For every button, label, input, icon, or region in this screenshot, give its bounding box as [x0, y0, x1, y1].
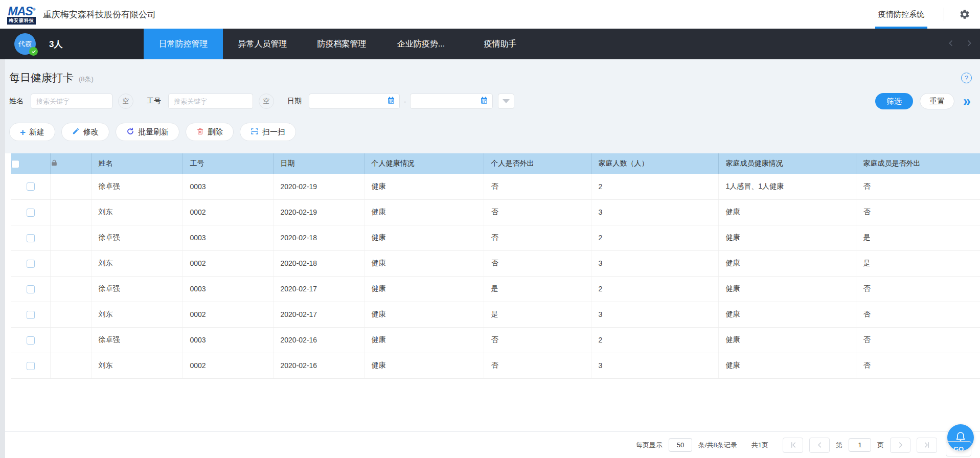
next-page-button[interactable] — [890, 438, 910, 453]
cell-family-outing: 否 — [856, 199, 980, 225]
nav-arrows — [947, 29, 973, 59]
cell-family-health: 健康 — [718, 353, 856, 378]
date-end-input[interactable] — [410, 94, 493, 109]
table-row[interactable]: 刘东 0002 2020-02-18 健康 否 3 健康 是 — [11, 250, 980, 276]
cell-family-outing: 否 — [856, 174, 980, 199]
calendar-icon[interactable] — [480, 96, 488, 106]
table-row[interactable]: 刘东 0002 2020-02-16 健康 否 3 健康 否 — [11, 353, 980, 378]
col-personal-outing: 个人是否外出 — [484, 153, 591, 174]
cell-personal-health: 健康 — [364, 199, 484, 225]
table-row[interactable]: 徐卓强 0003 2020-02-17 健康 是 2 健康 否 — [11, 276, 980, 302]
col-date: 日期 — [273, 153, 364, 174]
delete-button[interactable]: 删除 — [186, 123, 234, 141]
date-range-separator: - — [404, 98, 406, 105]
select-all-checkbox[interactable] — [11, 160, 19, 168]
lock-cell — [50, 199, 91, 225]
cell-date: 2020-02-16 — [273, 327, 364, 353]
go-button[interactable]: GO — [946, 441, 971, 456]
row-checkbox[interactable] — [27, 234, 35, 242]
batch-refresh-button[interactable]: 批量刷新 — [116, 123, 179, 141]
tab-abnormal-personnel[interactable]: 异常人员管理 — [223, 29, 302, 59]
per-page-input[interactable] — [669, 438, 692, 452]
nav-user-section: 代霞 3人 — [0, 29, 144, 59]
employee-id-empty-toggle[interactable]: 空 — [259, 94, 274, 109]
name-filter-label: 姓名 — [9, 97, 24, 106]
date-end-field[interactable] — [413, 94, 480, 108]
employee-id-search-input[interactable] — [168, 94, 253, 109]
system-tab-epidemic-control[interactable]: 疫情防控系统 — [874, 0, 928, 29]
table-row[interactable]: 徐卓强 0003 2020-02-19 健康 否 2 1人感冒、1人健康 否 — [11, 174, 980, 199]
date-filter-label: 日期 — [287, 97, 302, 106]
cell-family-size: 3 — [591, 302, 718, 327]
avatar[interactable]: 代霞 — [14, 33, 36, 55]
lock-cell — [50, 327, 91, 353]
table-row[interactable]: 刘东 0002 2020-02-19 健康 否 3 健康 否 — [11, 199, 980, 225]
row-checkbox[interactable] — [27, 209, 35, 217]
col-personal-health: 个人健康情况 — [364, 153, 484, 174]
lock-icon — [51, 160, 58, 168]
page-number-input[interactable] — [849, 438, 871, 452]
calendar-icon[interactable] — [387, 96, 395, 106]
page-suffix-label: 页 — [877, 441, 884, 450]
cell-family-health: 健康 — [718, 199, 856, 225]
gear-icon[interactable] — [959, 8, 971, 20]
table-row[interactable]: 徐卓强 0003 2020-02-16 健康 否 2 健康 否 — [11, 327, 980, 353]
name-empty-toggle[interactable]: 空 — [118, 94, 133, 109]
main-nav: 代霞 3人 日常防控管理 异常人员管理 防疫档案管理 企业防疫势... 疫情助手 — [0, 29, 980, 59]
cell-personal-health: 健康 — [364, 225, 484, 250]
row-checkbox[interactable] — [27, 336, 35, 345]
cell-personal-health: 健康 — [364, 327, 484, 353]
cell-family-health: 健康 — [718, 327, 856, 353]
row-checkbox[interactable] — [27, 362, 35, 370]
cell-name: 刘东 — [91, 302, 183, 327]
first-page-button[interactable] — [783, 438, 803, 453]
filter-button[interactable]: 筛选 — [875, 93, 913, 109]
reset-button[interactable]: 重置 — [920, 93, 954, 109]
cell-family-outing: 否 — [856, 327, 980, 353]
date-start-field[interactable] — [311, 94, 387, 108]
prev-page-button[interactable] — [809, 438, 830, 453]
cell-name: 徐卓强 — [91, 174, 183, 199]
chevron-right-icon[interactable] — [965, 39, 973, 49]
scan-button[interactable]: 扫一扫 — [240, 123, 296, 141]
last-page-button[interactable] — [917, 438, 937, 453]
lock-cell — [50, 225, 91, 250]
cell-personal-outing: 否 — [484, 327, 591, 353]
cell-family-outing: 是 — [856, 250, 980, 276]
tab-epidemic-assistant[interactable]: 疫情助手 — [461, 29, 540, 59]
page-prefix-label: 第 — [836, 441, 842, 450]
tab-prevention-archives[interactable]: 防疫档案管理 — [302, 29, 381, 59]
edit-button[interactable]: 修改 — [61, 123, 109, 141]
date-start-input[interactable] — [309, 94, 400, 109]
cell-personal-outing: 否 — [484, 250, 591, 276]
cell-name: 徐卓强 — [91, 276, 183, 302]
main-panel: 每日健康打卡 (8条) ? 姓名 空 工号 空 日期 - — [5, 59, 980, 458]
new-button[interactable]: + 新建 — [9, 123, 55, 141]
table-row[interactable]: 刘东 0002 2020-02-17 健康 是 3 健康 否 — [11, 302, 980, 327]
date-preset-dropdown[interactable] — [498, 94, 514, 109]
help-icon[interactable]: ? — [961, 73, 972, 83]
toolbar: + 新建 修改 批量刷新 删除 扫一扫 — [5, 109, 980, 141]
chevron-left-icon[interactable] — [947, 39, 955, 49]
col-name: 姓名 — [91, 153, 183, 174]
name-search-input[interactable] — [31, 94, 112, 109]
expand-filters-icon[interactable]: » — [963, 94, 971, 108]
row-checkbox[interactable] — [27, 182, 35, 191]
cell-family-health: 健康 — [718, 302, 856, 327]
cell-family-outing: 是 — [856, 225, 980, 250]
company-name: 重庆梅安森科技股份有限公司 — [43, 9, 156, 20]
refresh-icon — [126, 127, 134, 137]
row-checkbox[interactable] — [27, 311, 35, 319]
tab-enterprise-situation[interactable]: 企业防疫势... — [381, 29, 461, 59]
cell-date: 2020-02-18 — [273, 225, 364, 250]
cell-personal-outing: 否 — [484, 353, 591, 378]
row-checkbox[interactable] — [27, 285, 35, 293]
cell-personal-health: 健康 — [364, 250, 484, 276]
row-checkbox[interactable] — [27, 260, 35, 268]
caret-down-icon — [503, 99, 510, 103]
cell-family-outing: 否 — [856, 353, 980, 378]
tab-daily-prevention[interactable]: 日常防控管理 — [144, 29, 223, 59]
cell-family-size: 3 — [591, 199, 718, 225]
header-divider — [944, 8, 944, 21]
table-row[interactable]: 徐卓强 0003 2020-02-18 健康 否 2 健康 是 — [11, 225, 980, 250]
